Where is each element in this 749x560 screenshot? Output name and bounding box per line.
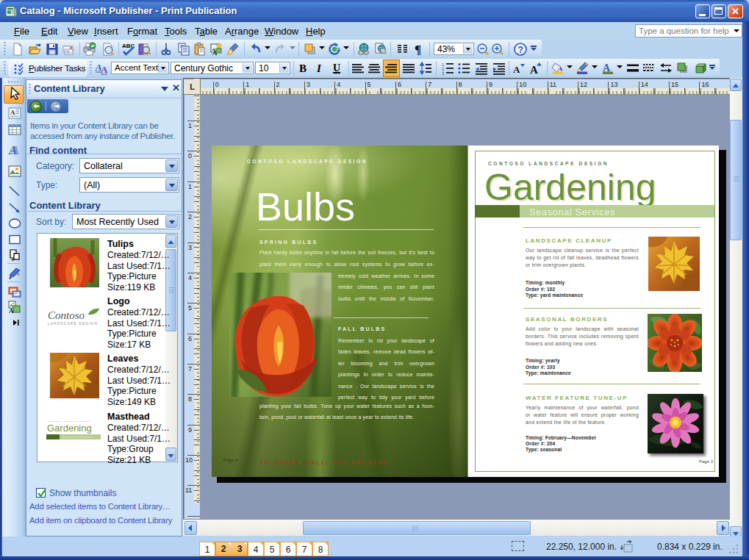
svg-text:A: A: [513, 64, 520, 75]
svg-text:A: A: [9, 307, 14, 315]
svg-text:A: A: [8, 143, 17, 157]
svg-text:¶: ¶: [415, 43, 421, 57]
svg-text:A: A: [101, 64, 108, 75]
svg-text:I: I: [316, 62, 322, 74]
svg-text:?: ?: [518, 45, 523, 55]
svg-text:A: A: [10, 109, 15, 116]
svg-text:B: B: [299, 62, 307, 74]
svg-text:U: U: [333, 62, 340, 73]
svg-text:A: A: [603, 62, 611, 73]
svg-text:3: 3: [442, 71, 445, 76]
